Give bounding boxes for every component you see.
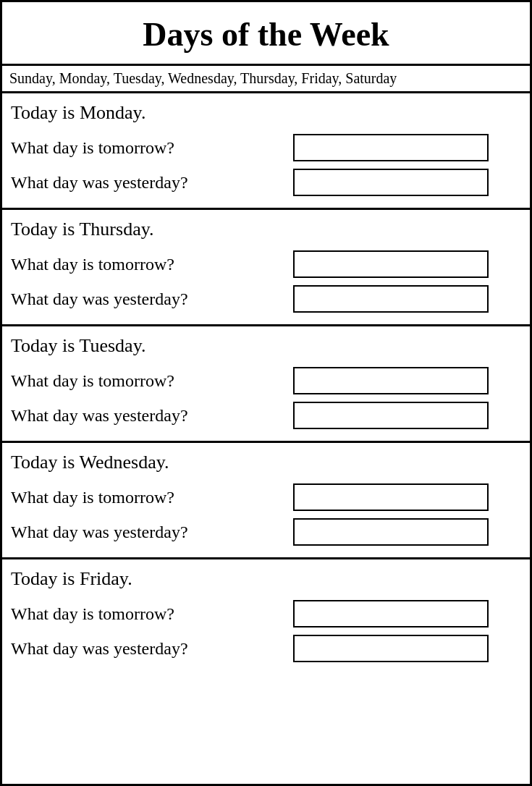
- question-yesterday-1: What day was yesterday?: [11, 173, 293, 193]
- section-4: Today is Wednesday.What day is tomorrow?…: [2, 443, 530, 559]
- question-tomorrow-4: What day is tomorrow?: [11, 488, 293, 507]
- today-label-5: Today is Friday.: [11, 568, 521, 590]
- section-5: Today is Friday.What day is tomorrow?Wha…: [2, 559, 530, 674]
- question-row-yesterday-2: What day was yesterday?: [11, 285, 521, 313]
- question-tomorrow-2: What day is tomorrow?: [11, 255, 293, 274]
- question-row-yesterday-1: What day was yesterday?: [11, 169, 521, 196]
- question-row-tomorrow-4: What day is tomorrow?: [11, 483, 521, 511]
- question-row-tomorrow-2: What day is tomorrow?: [11, 250, 521, 278]
- days-list: Sunday, Monday, Tuesday, Wednesday, Thur…: [2, 66, 530, 93]
- question-row-tomorrow-5: What day is tomorrow?: [11, 600, 521, 627]
- today-label-4: Today is Wednesday.: [11, 452, 521, 473]
- question-yesterday-2: What day was yesterday?: [11, 290, 293, 309]
- section-2: Today is Thursday.What day is tomorrow?W…: [2, 210, 530, 326]
- section-3: Today is Tuesday.What day is tomorrow?Wh…: [2, 326, 530, 443]
- question-yesterday-5: What day was yesterday?: [11, 639, 293, 659]
- answer-tomorrow-3[interactable]: [293, 367, 489, 394]
- answer-tomorrow-2[interactable]: [293, 250, 489, 278]
- answer-tomorrow-1[interactable]: [293, 134, 489, 161]
- question-row-tomorrow-1: What day is tomorrow?: [11, 134, 521, 161]
- today-label-1: Today is Monday.: [11, 102, 521, 124]
- answer-tomorrow-4[interactable]: [293, 483, 489, 511]
- question-row-yesterday-3: What day was yesterday?: [11, 402, 521, 429]
- answer-yesterday-5[interactable]: [293, 635, 489, 662]
- answer-yesterday-4[interactable]: [293, 518, 489, 546]
- question-row-yesterday-5: What day was yesterday?: [11, 635, 521, 662]
- question-tomorrow-5: What day is tomorrow?: [11, 604, 293, 624]
- question-tomorrow-3: What day is tomorrow?: [11, 371, 293, 391]
- answer-yesterday-2[interactable]: [293, 285, 489, 313]
- today-label-3: Today is Tuesday.: [11, 335, 521, 357]
- question-yesterday-3: What day was yesterday?: [11, 406, 293, 426]
- question-yesterday-4: What day was yesterday?: [11, 523, 293, 542]
- question-row-tomorrow-3: What day is tomorrow?: [11, 367, 521, 394]
- today-label-2: Today is Thursday.: [11, 219, 521, 240]
- answer-yesterday-1[interactable]: [293, 169, 489, 196]
- question-row-yesterday-4: What day was yesterday?: [11, 518, 521, 546]
- page-title: Days of the Week: [2, 2, 530, 66]
- answer-yesterday-3[interactable]: [293, 402, 489, 429]
- section-1: Today is Monday.What day is tomorrow?Wha…: [2, 93, 530, 210]
- worksheet-page: Days of the Week Sunday, Monday, Tuesday…: [0, 0, 532, 786]
- question-tomorrow-1: What day is tomorrow?: [11, 138, 293, 158]
- answer-tomorrow-5[interactable]: [293, 600, 489, 627]
